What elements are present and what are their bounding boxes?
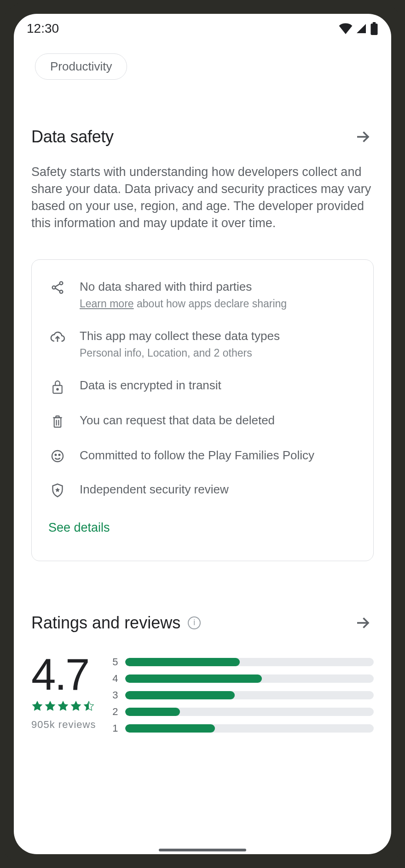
- status-indicators: [339, 22, 378, 35]
- svg-point-3: [52, 286, 56, 289]
- rating-bar-label: 5: [110, 656, 118, 668]
- category-chip-label: Productivity: [50, 59, 112, 74]
- ratings-bars: 54321: [110, 656, 374, 739]
- data-safety-title: Data safety: [31, 127, 114, 147]
- see-details-link[interactable]: See details: [48, 521, 357, 535]
- star-icon: [57, 700, 69, 714]
- safety-item-title: Data is encrypted in transit: [80, 378, 357, 393]
- rating-bar-track: [125, 658, 374, 666]
- rating-bar-label: 4: [110, 673, 118, 685]
- svg-rect-9: [54, 417, 61, 427]
- status-time: 12:30: [27, 21, 59, 36]
- ratings-body: 4.7 905k reviews 54321: [31, 652, 374, 739]
- data-safety-description: Safety starts with understanding how dev…: [31, 164, 374, 232]
- cloud-upload-icon: [48, 329, 67, 345]
- rating-bar-row: 5: [110, 656, 374, 668]
- data-safety-card: No data shared with third parties Learn …: [31, 259, 374, 561]
- ratings-header[interactable]: Ratings and reviews i: [31, 612, 374, 634]
- scroll-indicator: [159, 849, 246, 851]
- rating-score: 4.7: [31, 652, 96, 697]
- share-icon: [48, 280, 67, 295]
- arrow-right-icon[interactable]: [352, 126, 374, 148]
- rating-bar-label: 2: [110, 706, 118, 718]
- svg-rect-0: [370, 23, 377, 35]
- wifi-icon: [339, 23, 353, 34]
- rating-bar-row: 1: [110, 722, 374, 734]
- safety-item-sub: Personal info, Location, and 2 others: [80, 347, 357, 359]
- safety-item-title: No data shared with third parties: [80, 279, 357, 295]
- page-content: Productivity Data safety Safety starts w…: [14, 43, 391, 854]
- safety-item-delete: You can request that data be deleted: [48, 413, 357, 429]
- star-icon: [83, 700, 95, 714]
- safety-item-families: Committed to follow the Play Families Po…: [48, 448, 357, 463]
- svg-point-12: [52, 451, 63, 462]
- face-icon: [48, 449, 67, 463]
- rating-bar-track: [125, 674, 374, 683]
- svg-rect-1: [373, 22, 376, 24]
- safety-item-security-review: Independent security review: [48, 482, 357, 499]
- ratings-title: Ratings and reviews: [31, 613, 180, 633]
- rating-bar-row: 3: [110, 689, 374, 701]
- trash-icon: [48, 414, 67, 429]
- svg-point-8: [57, 388, 58, 390]
- safety-item-sub: Learn more about how apps declare sharin…: [80, 298, 357, 310]
- rating-bar-fill: [125, 674, 262, 683]
- shield-star-icon: [48, 483, 67, 499]
- star-icon: [31, 700, 43, 714]
- rating-bar-label: 3: [110, 689, 118, 701]
- safety-item-title: This app may collect these data types: [80, 328, 357, 344]
- battery-icon: [370, 22, 378, 35]
- arrow-right-icon[interactable]: [352, 612, 374, 634]
- status-bar: 12:30: [14, 14, 391, 43]
- rating-bar-label: 1: [110, 722, 118, 734]
- info-icon[interactable]: i: [188, 616, 201, 629]
- svg-point-2: [60, 282, 63, 285]
- svg-line-6: [55, 288, 60, 291]
- learn-more-link[interactable]: Learn more: [80, 298, 134, 310]
- rating-bar-fill: [125, 724, 214, 733]
- rating-bar-fill: [125, 658, 239, 666]
- screen: 12:30 Productivity Data safety: [14, 14, 391, 854]
- svg-point-14: [59, 454, 60, 456]
- rating-bar-fill: [125, 691, 234, 699]
- rating-bar-track: [125, 708, 374, 716]
- rating-summary: 4.7 905k reviews: [31, 652, 96, 731]
- svg-line-5: [55, 284, 60, 287]
- svg-point-4: [60, 290, 63, 293]
- safety-item-encrypted: Data is encrypted in transit: [48, 378, 357, 394]
- safety-item-title: Independent security review: [80, 482, 357, 498]
- safety-item-no-sharing: No data shared with third parties Learn …: [48, 279, 357, 310]
- star-icon: [44, 700, 56, 714]
- review-count: 905k reviews: [31, 719, 96, 731]
- rating-bar-track: [125, 691, 374, 699]
- data-safety-header[interactable]: Data safety: [31, 126, 374, 148]
- rating-bar-row: 4: [110, 673, 374, 685]
- safety-item-title: You can request that data be deleted: [80, 413, 357, 428]
- rating-stars: [31, 700, 96, 714]
- rating-bar-fill: [125, 708, 180, 716]
- category-chip[interactable]: Productivity: [35, 53, 127, 80]
- lock-icon: [48, 379, 67, 394]
- svg-point-13: [55, 454, 57, 456]
- rating-bar-track: [125, 724, 374, 733]
- rating-bar-row: 2: [110, 706, 374, 718]
- star-icon: [70, 700, 82, 714]
- device-frame: 12:30 Productivity Data safety: [0, 0, 405, 868]
- safety-item-title: Committed to follow the Play Families Po…: [80, 448, 357, 463]
- cellular-icon: [355, 23, 367, 34]
- safety-item-collects: This app may collect these data types Pe…: [48, 328, 357, 359]
